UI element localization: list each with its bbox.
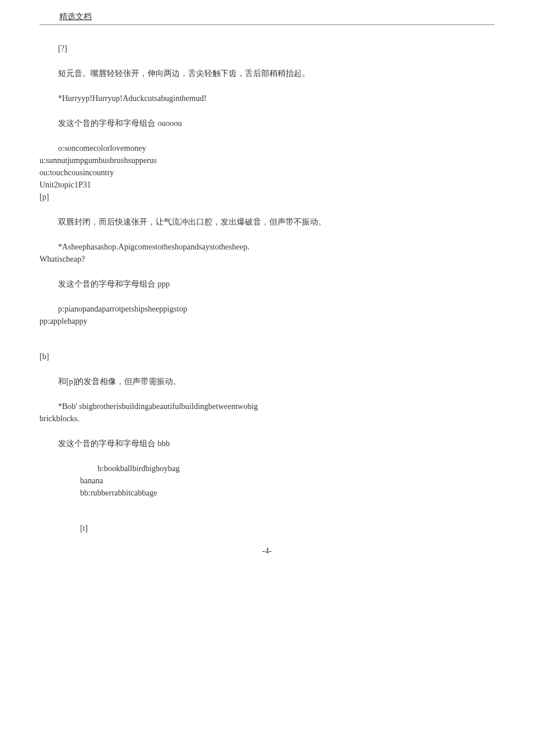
letter-combo-heading: 发这个音的字母和字母组合 ouooou xyxy=(39,117,495,129)
word-examples-block: o:soncomecolorlovemoney u:sunnutjumpgumb… xyxy=(39,142,495,203)
phoneme-description: 短元音。嘴唇轻轻张开，伸向两边，舌尖轻触下齿，舌后部稍稍抬起。 xyxy=(39,67,495,79)
word-examples-block: b:bookballbirdbigboybag banana bb:rubber… xyxy=(39,462,495,499)
word-examples-line: ou:touchcousincountry xyxy=(39,167,495,179)
example-sentence-block: *Asheephasashop.Apigcomestotheshopandsay… xyxy=(39,241,495,265)
unit-reference: Unit2topic1P31 xyxy=(39,179,495,191)
phoneme-description: 和[p]的发音相像，但声带需振动。 xyxy=(39,375,495,388)
phoneme-symbol: [b] xyxy=(39,350,495,363)
page-header: 精选文档 xyxy=(39,12,495,25)
word-examples-line: o:soncomecolorlovemoney xyxy=(39,142,495,154)
section-spacer xyxy=(39,340,495,350)
phoneme-symbol: [t] xyxy=(39,522,495,534)
page-container: 精选文档 [?] 短元音。嘴唇轻轻张开，伸向两边，舌尖轻触下齿，舌后部稍稍抬起。… xyxy=(0,0,534,574)
letter-combo-heading: 发这个音的字母和字母组合 bbb xyxy=(39,437,495,450)
phoneme-description: 双唇封闭，而后快速张开，让气流冲出口腔，发出爆破音，但声带不振动。 xyxy=(39,216,495,228)
phoneme-symbol: [?] xyxy=(39,42,495,55)
word-examples-block: p:pianopandaparrotpetshipsheeppigstop pp… xyxy=(39,303,495,327)
content-area: [?] 短元音。嘴唇轻轻张开，伸向两边，舌尖轻触下齿，舌后部稍稍抬起。 *Hur… xyxy=(39,42,495,557)
word-examples-line: bb:rubberrabbitcabbage xyxy=(39,487,495,499)
word-examples-line: u:sunnutjumpgumbusbrushsupperus xyxy=(39,154,495,167)
phoneme-symbol: [p] xyxy=(39,191,495,203)
example-sentence-line: *Asheephasashop.Apigcomestotheshopandsay… xyxy=(39,241,495,253)
word-examples-line: pp:applehappy xyxy=(39,315,495,327)
example-sentence-line: *Bob' sbigbrotherisbuildingabeautifulbui… xyxy=(39,400,495,413)
header-title: 精选文档 xyxy=(39,12,495,22)
letter-combo-heading: 发这个音的字母和字母组合 ppp xyxy=(39,278,495,290)
section-spacer xyxy=(39,512,495,522)
example-sentence-block: *Bob' sbigbrotherisbuildingabeautifulbui… xyxy=(39,400,495,425)
word-examples-line: banana xyxy=(39,475,495,487)
example-sentence-line: brickblocks. xyxy=(39,413,495,425)
word-examples-line: b:bookballbirdbigboybag xyxy=(39,462,495,475)
example-sentence-line: Whatischeap? xyxy=(39,253,495,265)
word-examples-line: p:pianopandaparrotpetshipsheeppigstop xyxy=(39,303,495,315)
page-number: -4- xyxy=(39,545,495,557)
example-sentence: *Hurryyp!Hurryup!Aduckcutsabuginthemud! xyxy=(39,92,495,104)
